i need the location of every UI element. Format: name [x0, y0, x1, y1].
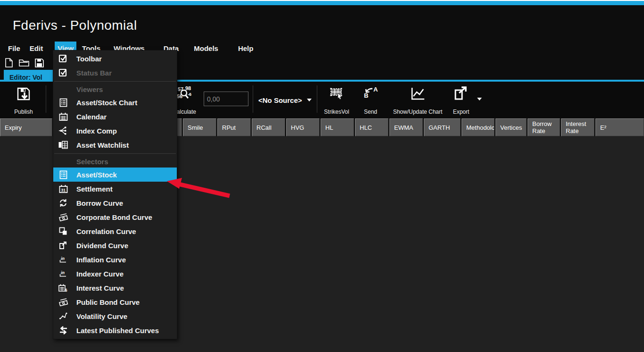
- toolbar-separator: [317, 85, 317, 113]
- toolbar-separator: [46, 85, 46, 113]
- menu-item-indexer-curve[interactable]: in Indexer Curve: [53, 267, 177, 281]
- calendar-icon: [57, 111, 69, 122]
- column-header-e2[interactable]: E²: [595, 118, 644, 136]
- menu-file[interactable]: File: [3, 42, 25, 55]
- column-header-rput[interactable]: RPut: [217, 118, 251, 136]
- svg-text:in: in: [61, 270, 65, 275]
- menu-item-interest-curve[interactable]: $ Interest Curve: [53, 281, 177, 295]
- menu-separator: [54, 81, 176, 82]
- calendar-31-icon: 31: [57, 184, 69, 194]
- menu-models[interactable]: Models: [189, 42, 223, 55]
- menu-item-inflation-curve[interactable]: in Inflation Curve: [53, 252, 177, 267]
- banknote-icon: [57, 212, 69, 222]
- svg-text:-6: -6: [188, 92, 191, 97]
- export-chevron-down-icon[interactable]: [477, 98, 482, 101]
- publish-floppy-arrow-icon: [16, 86, 32, 102]
- column-header-hl[interactable]: HL: [321, 118, 354, 136]
- publish-button[interactable]: Publish: [7, 86, 41, 115]
- menu-item-volatility-curve[interactable]: Volatility Curve: [53, 309, 177, 323]
- open-folder-icon[interactable]: [19, 58, 29, 68]
- menu-section-selectors: Selectors: [53, 155, 177, 168]
- line-chart-icon: [409, 86, 427, 102]
- column-header-borrow-rate[interactable]: Borrow Rate: [528, 118, 560, 136]
- menu-item-asset-watchlist[interactable]: Asset Watchlist: [53, 138, 177, 152]
- svg-text:57: 57: [178, 86, 183, 92]
- amount-input[interactable]: [204, 92, 248, 106]
- menu-item-borrow-curve[interactable]: Borrow Curve: [53, 196, 177, 210]
- menu-item-settlement[interactable]: 31 Settlement: [53, 182, 177, 196]
- svg-text:A: A: [373, 86, 378, 93]
- menu-item-index-comp[interactable]: Index Comp: [53, 124, 177, 138]
- strikesvol-button[interactable]: StrikesVol: [321, 86, 353, 115]
- a-to-b-arrow-icon: A B: [362, 86, 379, 102]
- swap-arrows-icon: [57, 325, 69, 335]
- menu-help[interactable]: Help: [233, 42, 258, 55]
- ledger-list-icon: [57, 97, 69, 108]
- menu-item-calendar[interactable]: Calendar: [53, 109, 177, 124]
- svg-text:31: 31: [61, 187, 66, 192]
- accent-top-bar: [0, 1, 644, 5]
- checkbox-checked-icon: [57, 67, 69, 78]
- new-file-icon[interactable]: [4, 58, 14, 68]
- svg-text:in: in: [61, 256, 65, 261]
- column-header-rcall[interactable]: RCall: [252, 118, 285, 136]
- column-header-hlc[interactable]: HLC: [355, 118, 388, 136]
- column-header-vertices[interactable]: Vertices: [495, 118, 527, 136]
- column-header-ewma[interactable]: EWMA: [389, 118, 423, 136]
- menu-item-corporate-bond-curve[interactable]: Corporate Bond Curve: [53, 210, 177, 224]
- in-letters-icon: in: [57, 268, 69, 279]
- menu-item-correlation-curve[interactable]: Correlation Curve: [53, 224, 177, 238]
- toolbar-separator: [253, 85, 253, 113]
- circular-arrows-icon: [57, 198, 69, 208]
- view-dropdown-menu: Toolbar Status Bar Viewers Asset/Stock C…: [53, 50, 177, 339]
- svg-text:$: $: [65, 288, 67, 293]
- svg-text:B: B: [364, 92, 368, 99]
- quick-toolbar: [4, 56, 44, 69]
- menu-item-asset-stock[interactable]: Asset/Stock: [53, 168, 177, 182]
- source-dropdown[interactable]: <No Source>: [258, 82, 312, 118]
- calculate-numbers-magnifier-icon: 57 98 56 -6: [176, 86, 193, 102]
- menu-separator: [54, 153, 176, 154]
- window-title: Fderivs - Polynomial: [13, 18, 137, 33]
- menu-item-latest-published-curves[interactable]: Latest Published Curves: [53, 323, 177, 337]
- column-header-hvg[interactable]: HVG: [286, 118, 320, 136]
- export-arrow-icon: [453, 86, 470, 102]
- menu-edit[interactable]: Edit: [25, 42, 48, 55]
- ledger-list-icon: [57, 169, 69, 180]
- column-header-expiry[interactable]: Expiry: [0, 118, 52, 136]
- overlapping-squares-icon: [57, 226, 69, 236]
- export-button[interactable]: Export: [448, 86, 474, 115]
- checkbox-checked-icon: [57, 53, 69, 64]
- grid-cursor-icon: [328, 86, 345, 102]
- column-header-smile[interactable]: Smile: [183, 118, 216, 136]
- volatility-nodes-icon: [57, 311, 69, 321]
- menu-section-viewers: Viewers: [53, 83, 177, 95]
- application-window: Fderivs - Polynomial File Edit View Tool…: [0, 0, 644, 352]
- menu-item-status-bar[interactable]: Status Bar: [53, 66, 177, 80]
- chevron-down-icon: [307, 99, 312, 101]
- menu-item-dividend-curve[interactable]: Dividend Curve: [53, 238, 177, 252]
- network-branch-icon: [57, 126, 69, 136]
- column-header-methodology[interactable]: Methodolc: [462, 118, 495, 136]
- menu-item-toolbar[interactable]: Toolbar: [53, 51, 177, 66]
- column-header-garth[interactable]: GARTH: [424, 118, 461, 136]
- svg-text:98: 98: [185, 86, 191, 91]
- menu-item-public-bond-curve[interactable]: Public Bond Curve: [53, 295, 177, 309]
- save-icon[interactable]: [34, 58, 44, 68]
- watchlist-grid-icon: [57, 140, 69, 150]
- column-header-interest-rate[interactable]: Interest Rate: [561, 118, 594, 136]
- menu-item-asset-stock-chart[interactable]: Asset/Stock Chart: [53, 95, 177, 109]
- calendar-dollar-icon: $: [57, 283, 69, 293]
- export-arrow-icon: [57, 240, 69, 251]
- show-update-chart-button[interactable]: Show/Update Chart: [391, 86, 444, 115]
- banknote-icon: [57, 297, 69, 307]
- in-letters-icon: in: [57, 254, 69, 265]
- send-button[interactable]: A B Send: [358, 86, 383, 115]
